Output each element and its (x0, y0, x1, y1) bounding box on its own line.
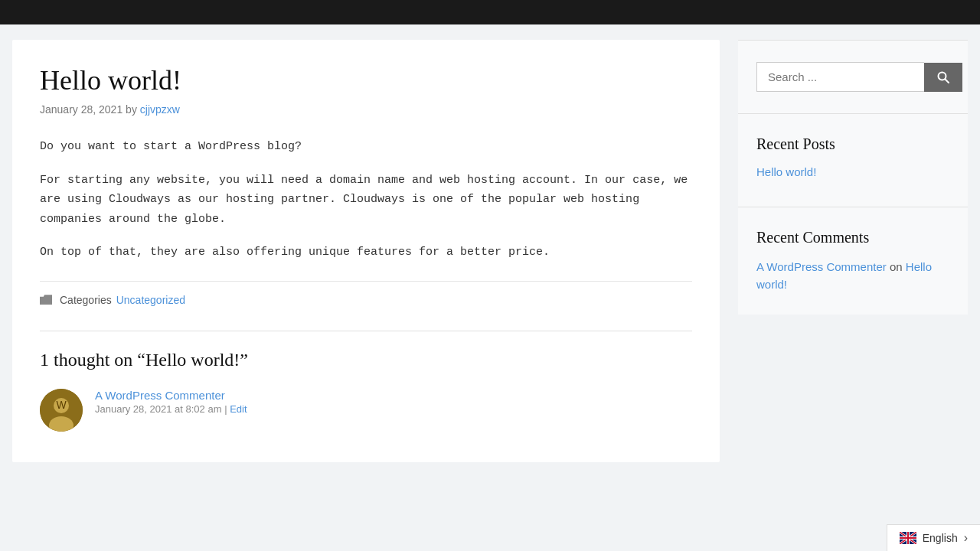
list-item: Hello world! (756, 165, 949, 179)
category-label: Categories (60, 294, 112, 306)
recent-comments-title: Recent Comments (756, 229, 949, 246)
svg-line-5 (946, 79, 949, 83)
section-divider (40, 331, 692, 331)
folder-icon (40, 295, 52, 305)
top-bar (0, 0, 980, 24)
category-link[interactable]: Uncategorized (116, 294, 185, 306)
search-widget (738, 40, 968, 113)
post-body: Do you want to start a WordPress blog? F… (40, 137, 692, 262)
comment-author-link[interactable]: A WordPress Commenter (95, 389, 247, 402)
post-author[interactable]: cjjvpzxw (140, 103, 180, 116)
recent-comment-on: on (890, 260, 906, 273)
post-by: by (126, 103, 140, 116)
post-footer: Categories Uncategorized (40, 281, 692, 306)
post-paragraph-2: For starting any website, you will need … (40, 171, 692, 230)
comment-edit-link[interactable]: Edit (230, 403, 247, 415)
post-paragraph-3: On top of that, they are also offering u… (40, 243, 692, 262)
recent-comment-text: A WordPress Commenter on Hello world! (756, 259, 949, 293)
comment-date: January 28, 2021 at 8:02 am | Edit (95, 403, 247, 415)
recent-posts-widget: Recent Posts Hello world! (738, 113, 968, 207)
sidebar: Recent Posts Hello world! Recent Comment… (738, 40, 968, 462)
comment-avatar: W (40, 389, 83, 432)
search-button[interactable] (924, 63, 962, 92)
comment: W A WordPress Commenter January 28, 2021… (40, 389, 692, 432)
main-content: Hello world! January 28, 2021 by cjjvpzx… (12, 40, 720, 462)
search-input[interactable] (756, 62, 924, 92)
post-date: January 28, 2021 (40, 103, 122, 116)
svg-text:W: W (56, 399, 67, 411)
recent-posts-title: Recent Posts (756, 135, 949, 153)
post-paragraph-1: Do you want to start a WordPress blog? (40, 137, 692, 157)
post-title: Hello world! (40, 64, 692, 97)
search-icon (937, 71, 949, 83)
recent-posts-list: Hello world! (756, 165, 949, 179)
comments-title: 1 thought on “Hello world!” (40, 350, 692, 370)
comment-body: A WordPress Commenter January 28, 2021 a… (95, 389, 247, 415)
comment-date-link[interactable]: January 28, 2021 at 8:02 am (95, 403, 222, 415)
post-meta: January 28, 2021 by cjjvpzxw (40, 103, 692, 116)
page-wrapper: Hello world! January 28, 2021 by cjjvpzx… (0, 24, 980, 478)
recent-post-link[interactable]: Hello world! (756, 165, 816, 178)
recent-comment-author[interactable]: A WordPress Commenter (756, 260, 887, 273)
recent-comments-widget: Recent Comments A WordPress Commenter on… (738, 207, 968, 315)
